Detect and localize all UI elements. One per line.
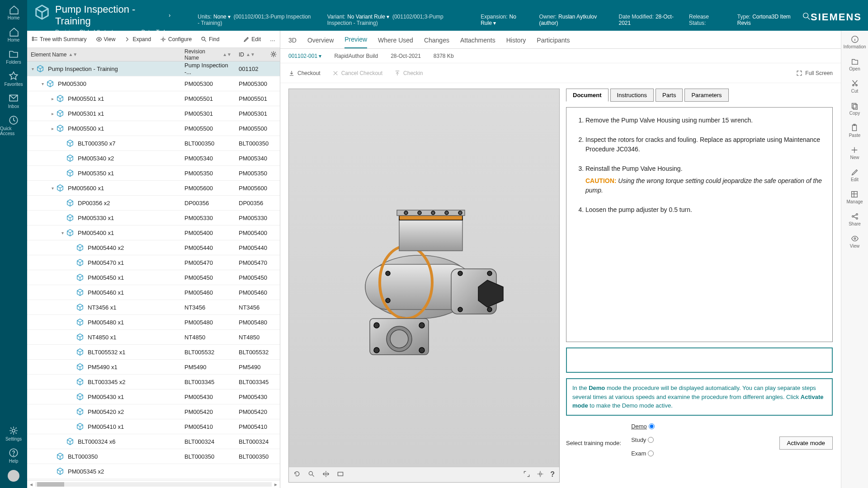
toolbar-expand[interactable]: Expand xyxy=(124,36,151,42)
tree-row[interactable]: PM005470 x1PM005470PM005470 xyxy=(27,255,280,270)
tree-row[interactable]: ▾PM005300PM005300PM005300 xyxy=(27,76,280,91)
tab-history[interactable]: History xyxy=(506,37,526,48)
toolbar-treewithsummary[interactable]: Tree with Summary xyxy=(32,36,87,42)
toolbar-[interactable]: … xyxy=(270,36,275,42)
tree-row[interactable]: PM005440 x2PM005440PM005440 xyxy=(27,240,280,255)
tree-row[interactable]: ▸PM005500 x1PM005500PM005500 xyxy=(27,121,280,136)
meta-datemodified[interactable]: Date Modified:28-Oct-2021 xyxy=(619,14,674,26)
svg-point-21 xyxy=(418,211,421,215)
fullscreen-button[interactable]: Full Screen xyxy=(796,70,833,76)
tree-row[interactable]: PM005345 x2 xyxy=(27,464,280,479)
search-icon[interactable] xyxy=(802,12,811,22)
tab-attachments[interactable]: Attachments xyxy=(460,37,495,48)
tab-preview[interactable]: Preview xyxy=(344,36,367,48)
avatar[interactable] xyxy=(8,470,19,482)
help-icon[interactable]: ? xyxy=(550,470,555,479)
toolbar-view[interactable]: View xyxy=(96,36,116,42)
rail-new[interactable]: New xyxy=(850,146,859,160)
tree-row[interactable]: PM005410 x1PM005410PM005410 xyxy=(27,419,280,434)
rail-manage[interactable]: Manage xyxy=(846,190,863,204)
tree-row[interactable]: PM005450 x1PM005450PM005450 xyxy=(27,270,280,285)
toolbar-edit[interactable]: Edit xyxy=(243,36,261,42)
nav-help[interactable]: Help xyxy=(5,448,22,464)
fit-icon[interactable] xyxy=(337,470,344,479)
col-element-name[interactable]: Element Name ▲▼ xyxy=(27,52,181,58)
rail-share[interactable]: Share xyxy=(849,212,861,226)
settings-icon[interactable] xyxy=(537,470,544,479)
expand-icon[interactable] xyxy=(523,470,530,479)
3d-canvas[interactable] xyxy=(289,89,559,467)
cancel-checkout-button[interactable]: Cancel Checkout xyxy=(332,70,382,76)
tree-row[interactable]: BLT000350 x7BLT000350BLT000350 xyxy=(27,136,280,151)
checkin-button[interactable]: Checkin xyxy=(394,70,423,76)
tree-row[interactable]: ▸PM005301 x1PM005301PM005301 xyxy=(27,106,280,121)
revision-link[interactable]: 001102-001 ▾ xyxy=(288,53,321,59)
tree-row[interactable]: ▾PM005600 x1PM005600PM005600 xyxy=(27,181,280,196)
tree-row[interactable]: NT3456 x1NT3456NT3456 xyxy=(27,300,280,315)
toolbar-find[interactable]: Find xyxy=(201,36,219,42)
tree-row[interactable]: ▸PM005501 x1PM005501PM005501 xyxy=(27,91,280,106)
zoom-icon[interactable] xyxy=(308,470,315,479)
tree-row[interactable]: BLT000350BLT000350BLT000350 xyxy=(27,449,280,464)
meta-owner[interactable]: Owner:Ruslan Aytkulov (author) xyxy=(539,14,603,26)
tab-where-used[interactable]: Where Used xyxy=(378,37,413,48)
rail-paste[interactable]: Paste xyxy=(849,124,861,138)
tab-changes[interactable]: Changes xyxy=(424,37,449,48)
rail-view[interactable]: View xyxy=(850,235,860,249)
mode-option-demo[interactable]: Demo xyxy=(631,423,655,430)
nav-home[interactable]: Home xyxy=(0,27,27,42)
chevron-right-icon[interactable]: › xyxy=(169,12,170,19)
meta-units[interactable]: Units:None ▾ (001102/001;3-Pump Inspecti… xyxy=(198,14,311,26)
tree-row[interactable]: ▾PM005400 x1PM005400PM005400 xyxy=(27,225,280,240)
svg-point-52 xyxy=(854,238,856,239)
3d-viewer[interactable]: ? xyxy=(288,89,560,483)
nav-quick-access[interactable]: Quick Access xyxy=(0,115,27,136)
checkout-button[interactable]: Checkout xyxy=(288,70,321,76)
rail-copy[interactable]: Copy xyxy=(849,102,860,116)
tree-row[interactable]: DP00356 x2DP00356DP00356 xyxy=(27,196,280,211)
rail-cut[interactable]: Cut xyxy=(851,80,859,94)
nav-home[interactable]: Home xyxy=(0,5,27,20)
tab-3d[interactable]: 3D xyxy=(288,37,297,48)
move-icon[interactable] xyxy=(322,470,330,479)
doc-tab-parts[interactable]: Parts xyxy=(656,89,683,102)
rail-open[interactable]: Open xyxy=(849,57,860,71)
tree-row[interactable]: PM005420 x2PM005420PM005420 xyxy=(27,404,280,419)
doc-tab-parameters[interactable]: Parameters xyxy=(684,89,728,102)
tree-row[interactable]: BLT005532 x1BLT005532BLT005532 xyxy=(27,345,280,360)
tree-row[interactable]: PM005330 x1PM005330PM005330 xyxy=(27,211,280,225)
col-revision-name[interactable]: Revision Name ▲▼ xyxy=(181,48,235,61)
tab-overview[interactable]: Overview xyxy=(307,37,334,48)
nav-inbox[interactable]: Inbox xyxy=(0,93,27,109)
tree-row[interactable]: PM005350 x1PM005350PM005350 xyxy=(27,166,280,181)
toolbar-configure[interactable]: Configure xyxy=(160,36,192,42)
tree-rows[interactable]: ▾Pump Inspection - TrainingPump Inspecti… xyxy=(27,61,280,480)
nav-favorites[interactable]: Favorites xyxy=(0,71,27,87)
tree-row[interactable]: PM005480 x1PM005480PM005480 xyxy=(27,315,280,330)
tree-row[interactable]: PM005460 x1PM005460PM005460 xyxy=(27,285,280,300)
meta-variant[interactable]: Variant:No Variant Rule ▾ (001102/001;3-… xyxy=(327,14,466,26)
tree-row[interactable]: PM005340 x2PM005340PM005340 xyxy=(27,151,280,166)
doc-tab-document[interactable]: Document xyxy=(566,89,609,102)
tree-row[interactable]: BLT003345 x2BLT003345BLT003345 xyxy=(27,375,280,389)
tree-row[interactable]: BLT000324 x6BLT000324BLT000324 xyxy=(27,434,280,449)
meta-expansion[interactable]: Expansion:No Rule ▾ xyxy=(481,14,524,26)
tree-row[interactable]: PM005430 x1PM005430PM005430 xyxy=(27,389,280,404)
doc-tab-instructions[interactable]: Instructions xyxy=(610,89,654,102)
meta-type[interactable]: Type:Cortona3D Item Revis xyxy=(737,14,793,26)
tree-row[interactable]: NT4850 x1NT4850NT4850 xyxy=(27,330,280,345)
refresh-icon[interactable] xyxy=(293,470,301,479)
tree-row[interactable]: ▾Pump Inspection - TrainingPump Inspecti… xyxy=(27,61,280,76)
rail-information[interactable]: Information xyxy=(843,35,866,49)
tree-row[interactable]: PM5490 x1PM5490PM5490 xyxy=(27,360,280,375)
rail-edit[interactable]: Edit xyxy=(851,168,859,182)
nav-settings[interactable]: Settings xyxy=(5,426,22,441)
horizontal-scrollbar[interactable]: ◂▸ xyxy=(27,480,280,488)
mode-option-exam[interactable]: Exam xyxy=(631,450,655,457)
tab-participants[interactable]: Participants xyxy=(537,37,570,48)
gear-icon[interactable] xyxy=(270,51,277,59)
mode-option-study[interactable]: Study xyxy=(631,436,655,443)
meta-releasestatus[interactable]: Release Status: xyxy=(689,14,722,26)
nav-folders[interactable]: Folders xyxy=(0,49,27,65)
activate-mode-button[interactable]: Activate mode xyxy=(779,436,833,450)
